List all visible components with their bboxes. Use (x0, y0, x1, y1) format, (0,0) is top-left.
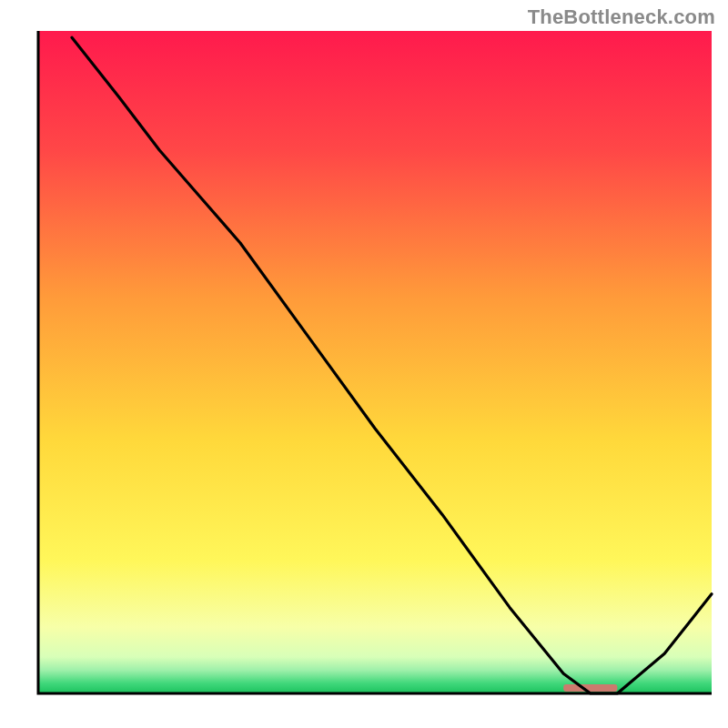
minimum-marker (563, 684, 617, 692)
chart-container: TheBottleneck.com (0, 0, 728, 728)
plot-background (38, 31, 712, 693)
bottleneck-chart (0, 0, 728, 728)
attribution-label: TheBottleneck.com (528, 5, 715, 29)
